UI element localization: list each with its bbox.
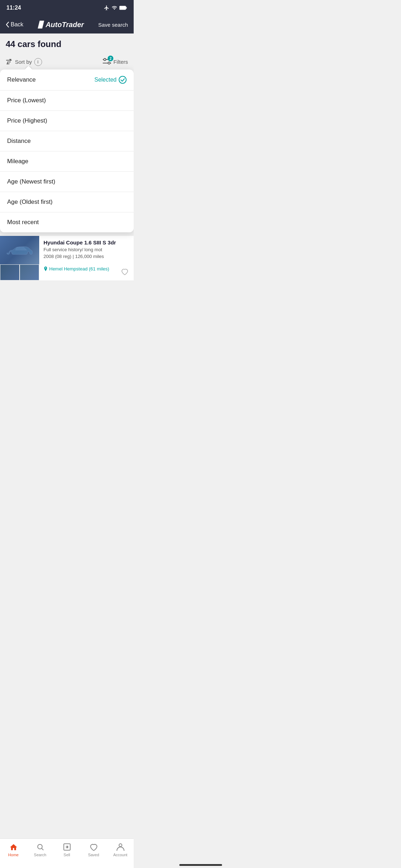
sort-option-age-oldest[interactable]: Age (Oldest first) — [0, 192, 134, 212]
save-search-label: Save search — [98, 22, 128, 28]
sort-by-label: Sort by — [15, 59, 32, 65]
sort-option-age-newest[interactable]: Age (Newest first) — [0, 172, 134, 192]
sort-option-distance[interactable]: Distance — [0, 131, 134, 151]
sort-option-most-recent-label: Most recent — [7, 219, 39, 226]
car-meta: 2008 (08 reg) | 126,000 miles — [43, 254, 129, 259]
sort-dropdown: Relevance Selected Price (Lowest) Price … — [0, 69, 134, 232]
car-images — [0, 236, 39, 280]
dropdown-arrow — [25, 66, 32, 70]
results-count: 44 cars found — [6, 39, 128, 49]
car-silhouette — [5, 243, 34, 257]
filters-icon: 2 — [103, 58, 111, 66]
car-thumb-1 — [0, 264, 20, 280]
sort-option-mileage[interactable]: Mileage — [0, 151, 134, 172]
location-text: Hemel Hempstead (61 miles) — [49, 266, 109, 272]
svg-rect-1 — [126, 7, 127, 9]
car-thumb-2 — [20, 264, 39, 280]
sort-option-distance-label: Distance — [7, 138, 31, 145]
sort-option-price-highest-label: Price (Highest) — [7, 117, 47, 124]
sort-icon — [6, 59, 12, 65]
back-label: Back — [11, 21, 24, 28]
back-arrow-icon — [6, 22, 9, 27]
dropdown-menu: Relevance Selected Price (Lowest) Price … — [0, 69, 134, 232]
sort-option-age-oldest-label: Age (Oldest first) — [7, 198, 53, 206]
svg-rect-0 — [119, 6, 126, 10]
sort-option-relevance[interactable]: Relevance Selected — [0, 69, 134, 91]
filters-badge: 2 — [108, 56, 113, 61]
wifi-icon — [112, 5, 117, 11]
filters-label: Filters — [113, 59, 128, 65]
car-listing[interactable]: Hyundai Coupe 1.6 SIII S 3dr Full servic… — [0, 236, 134, 280]
filters-button[interactable]: 2 Filters — [103, 58, 128, 66]
nav-logo: AutoTrader — [38, 21, 84, 29]
sort-option-price-lowest-label: Price (Lowest) — [7, 97, 46, 104]
back-button[interactable]: Back — [6, 21, 24, 28]
status-time: 11:24 — [6, 5, 21, 11]
nav-bar: Back AutoTrader Save search — [0, 16, 134, 33]
airplane-icon — [104, 5, 109, 11]
sort-filter-bar: Sort by i 2 Filters — [0, 54, 134, 69]
car-main-image — [0, 236, 39, 264]
car-description: Full service history/ long mot — [43, 247, 129, 252]
sort-option-most-recent[interactable]: Most recent — [0, 212, 134, 232]
sort-option-price-lowest[interactable]: Price (Lowest) — [0, 91, 134, 111]
save-search-button[interactable]: Save search — [98, 22, 128, 28]
location-pin-icon — [43, 267, 48, 272]
selected-indicator: Selected — [94, 76, 127, 84]
car-title: Hyundai Coupe 1.6 SIII S 3dr — [43, 239, 129, 246]
autotrader-logo: AutoTrader — [38, 21, 84, 29]
info-icon[interactable]: i — [34, 58, 42, 66]
sort-option-mileage-label: Mileage — [7, 158, 29, 165]
heart-icon — [121, 268, 129, 275]
sort-option-relevance-label: Relevance — [7, 76, 36, 83]
car-location: Hemel Hempstead (61 miles) — [43, 266, 129, 272]
main-content: 44 cars found — [0, 33, 134, 49]
sort-option-price-highest[interactable]: Price (Highest) — [0, 111, 134, 131]
sort-option-age-newest-label: Age (Newest first) — [7, 178, 55, 185]
save-car-button[interactable] — [119, 266, 130, 277]
battery-icon — [119, 5, 127, 10]
check-circle-icon — [119, 76, 127, 84]
status-bar: 11:24 — [0, 0, 134, 16]
status-icons — [104, 5, 127, 11]
sort-by-button[interactable]: Sort by i — [6, 58, 42, 66]
car-thumbnails — [0, 264, 39, 280]
logo-stripe — [38, 21, 44, 29]
logo-text: AutoTrader — [46, 21, 84, 29]
